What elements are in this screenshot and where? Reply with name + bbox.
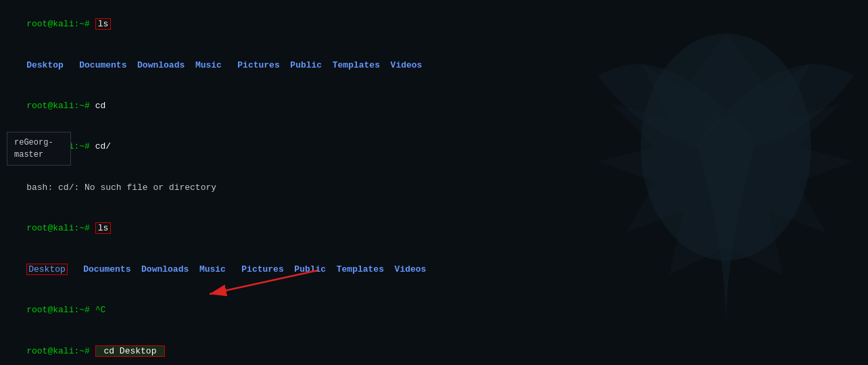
bash-error-text: bash: cd/: No such file or directory: [26, 182, 216, 193]
line-cd-desktop: root@kali:~# cd Desktop: [5, 331, 863, 365]
cmd-cd: cd: [95, 101, 106, 111]
popup-line2: master: [14, 149, 64, 161]
ctrl-c-text: ^C: [95, 305, 106, 315]
dir-music-1: Music: [195, 60, 222, 70]
dir-templates-2: Templates: [337, 264, 384, 274]
line-ls-2: root@kali:~# ls: [5, 208, 863, 249]
line-ctrl-c: root@kali:~# ^C: [5, 290, 863, 331]
cmd-ls-1: ls: [95, 18, 112, 30]
dir-videos-1: Videos: [391, 60, 423, 70]
prompt-3: root@kali:~#: [26, 101, 95, 111]
dir-desktop-2: Desktop: [26, 264, 68, 275]
cmd-ls-2: ls: [95, 222, 112, 234]
prompt-8: root@kali:~#: [26, 305, 95, 315]
prompt-1: root@kali:~#: [26, 19, 95, 29]
popup-box: reGeorg- master: [7, 132, 71, 166]
terminal: root@kali:~# ls Desktop Documents Downlo…: [0, 0, 868, 365]
line-bash-error: bash: cd/: No such file or directory: [5, 168, 863, 208]
line-ls-1: root@kali:~# ls: [5, 4, 863, 45]
dir-desktop-1: Desktop: [26, 60, 64, 70]
dir-pictures-2: Pictures: [241, 264, 283, 274]
dir-public-1: Public: [290, 60, 322, 70]
cmd-cd-slash: cd/: [95, 141, 111, 151]
line-cd: root@kali:~# cd: [5, 86, 863, 126]
prompt-9: root@kali:~#: [26, 346, 95, 356]
dir-pictures-1: Pictures: [237, 60, 279, 70]
dir-documents-2: Documents: [83, 264, 130, 274]
popup-line1: reGeorg-: [14, 137, 64, 149]
dir-documents-1: Documents: [79, 60, 126, 70]
dir-videos-2: Videos: [395, 264, 427, 274]
cmd-cd-desktop: cd Desktop: [95, 345, 166, 357]
ls-output-1: Desktop Documents Downloads Music Pictur…: [5, 45, 863, 85]
ls-output-2: Desktop Documents Downloads Music Pictur…: [5, 249, 863, 290]
dir-downloads-1: Downloads: [137, 60, 185, 70]
dir-public-2: Public: [294, 264, 326, 274]
prompt-6: root@kali:~#: [26, 223, 95, 233]
dir-templates-1: Templates: [333, 60, 380, 70]
dir-music-2: Music: [199, 264, 226, 274]
dir-downloads-2: Downloads: [141, 264, 189, 274]
line-cd-slash: root@kali:~# cd/: [5, 126, 863, 167]
